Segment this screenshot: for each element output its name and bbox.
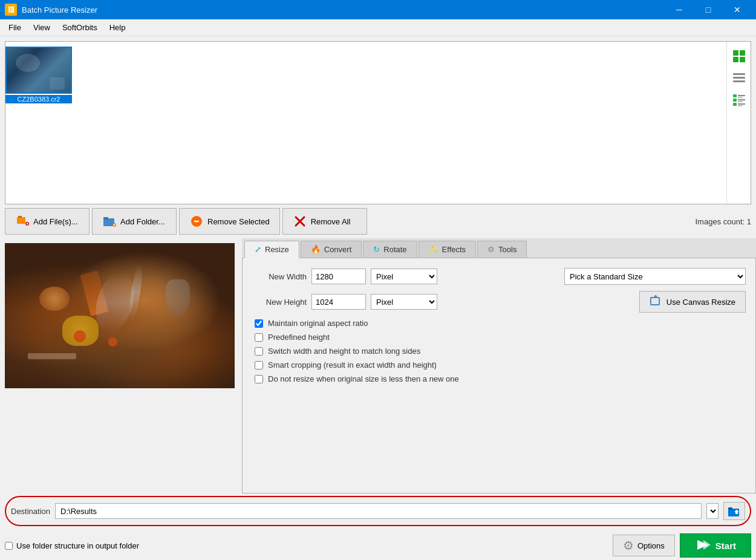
preview-image [5,243,235,388]
destination-browse-button[interactable] [723,502,745,520]
bottom-panel: ⤢ Resize 🔥 Convert ↻ Rotate ✨ Effects ⚙ [0,238,756,493]
tabs: ⤢ Resize 🔥 Convert ↻ Rotate ✨ Effects ⚙ [242,238,756,258]
predefined-height-row: Predefined height [252,333,746,342]
maintain-aspect-label[interactable]: Maintain original aspect ratio [268,319,368,328]
predefined-height-checkbox[interactable] [255,333,263,342]
tab-rotate[interactable]: ↻ Rotate [363,241,417,258]
minimize-button[interactable]: ─ [665,0,693,19]
predefined-height-label[interactable]: Predefined height [268,333,330,342]
add-folder-icon [102,214,117,229]
rotate-tab-label: Rotate [383,245,406,254]
width-row: New Width Pixel Percent Pick a Standard … [252,268,746,285]
menu-help[interactable]: Help [103,21,132,34]
remove-selected-button[interactable]: Remove Selected [179,208,280,235]
rotate-tab-icon: ↻ [373,245,380,254]
canvas-resize-button[interactable]: Use Canvas Resize [639,291,746,313]
maintain-aspect-checkbox[interactable] [255,319,263,328]
svg-rect-16 [17,217,25,224]
resize-tab-icon: ⤢ [255,245,261,254]
thumbnail-view-button[interactable] [729,47,749,66]
svg-rect-3 [740,57,745,62]
svg-rect-8 [738,95,745,96]
thumb-label: CZ2B0383.cr2 [5,95,72,103]
remove-all-button[interactable]: Remove All [282,208,367,235]
remove-all-label: Remove All [311,217,351,226]
no-resize-row: Do not resize when original size is less… [252,374,746,383]
toolbar: Add File(s)... Add Folder... [0,204,756,238]
gear-icon: ⚙ [623,538,634,553]
height-row: New Height Pixel Percent [252,291,746,313]
start-label: Start [715,541,736,551]
svg-rect-17 [18,216,22,218]
switch-width-height-row: Switch width and height to match long si… [252,347,746,356]
images-count: Images count: 1 [696,217,752,226]
svg-rect-6 [733,80,745,82]
destination-bar: Destination [5,496,751,526]
width-label: New Width [252,272,307,281]
svg-rect-11 [738,99,745,100]
add-files-label: Add File(s)... [33,217,78,226]
list-view-button[interactable] [729,68,749,88]
standard-size-select[interactable]: Pick a Standard Size [564,268,746,285]
smart-cropping-checkbox[interactable] [255,361,263,370]
menu-softorbits[interactable]: SoftOrbits [56,21,103,34]
details-view-button[interactable] [729,90,749,109]
width-unit-select[interactable]: Pixel Percent [371,269,437,284]
convert-tab-label: Convert [324,245,352,254]
smart-cropping-label[interactable]: Smart cropping (result in exact width an… [268,360,437,370]
options-label: Options [637,541,665,550]
no-resize-checkbox[interactable] [255,375,263,383]
tab-convert[interactable]: 🔥 Convert [301,241,362,258]
remove-selected-label: Remove Selected [207,217,270,226]
folder-structure-label[interactable]: Use folder structure in output folder [16,541,139,550]
svg-rect-22 [103,217,108,220]
svg-rect-9 [738,97,743,98]
add-files-icon [15,214,30,229]
menu-file[interactable]: File [2,21,27,34]
close-button[interactable]: ✕ [723,0,751,19]
svg-rect-2 [733,57,738,62]
svg-rect-32 [728,507,732,510]
action-bar: Use folder structure in output folder ⚙ … [0,531,756,560]
width-input[interactable] [311,269,366,284]
add-folder-button[interactable]: Add Folder... [92,208,177,235]
add-files-button[interactable]: Add File(s)... [5,208,90,235]
start-arrow-icon [695,537,711,555]
app-title: Batch Picture Resizer [22,5,665,15]
menu-view[interactable]: View [27,21,56,34]
svg-rect-5 [733,77,745,79]
maintain-aspect-row: Maintain original aspect ratio [252,319,746,328]
folder-structure-checkbox[interactable] [5,542,13,550]
effects-tab-label: Effects [442,245,466,254]
settings-panel: ⤢ Resize 🔥 Convert ↻ Rotate ✨ Effects ⚙ [242,238,756,493]
destination-label: Destination [11,507,50,516]
svg-rect-4 [733,73,745,75]
destination-dropdown[interactable] [706,503,719,519]
titlebar: 🖼 Batch Picture Resizer ─ □ ✕ [0,0,756,19]
smart-cropping-row: Smart cropping (result in exact width an… [252,360,746,370]
height-unit-select[interactable]: Pixel Percent [371,294,437,310]
tab-tools[interactable]: ⚙ Tools [477,241,527,258]
svg-rect-12 [738,101,743,102]
tab-resize[interactable]: ⤢ Resize [244,241,299,258]
options-button[interactable]: ⚙ Options [613,535,675,556]
add-folder-label: Add Folder... [120,217,165,226]
tools-tab-label: Tools [498,245,516,254]
thumb-preview [5,47,72,94]
tools-tab-icon: ⚙ [487,245,495,254]
right-actions: ⚙ Options Start [613,533,751,558]
window-controls: ─ □ ✕ [665,0,751,19]
image-thumb[interactable]: CZ2B0383.cr2 [5,42,72,108]
resize-tab-label: Resize [265,245,289,254]
switch-width-height-label[interactable]: Switch width and height to match long si… [268,347,420,356]
main-container: CZ2B0383.cr2 [0,36,756,560]
preview-area [0,238,242,493]
switch-width-height-checkbox[interactable] [255,347,263,356]
maximize-button[interactable]: □ [694,0,722,19]
image-area: CZ2B0383.cr2 [5,41,751,204]
start-button[interactable]: Start [680,533,751,558]
no-resize-label[interactable]: Do not resize when original size is less… [268,374,459,383]
destination-input[interactable] [55,503,702,519]
height-input[interactable] [311,294,366,310]
tab-effects[interactable]: ✨ Effects [419,241,477,258]
